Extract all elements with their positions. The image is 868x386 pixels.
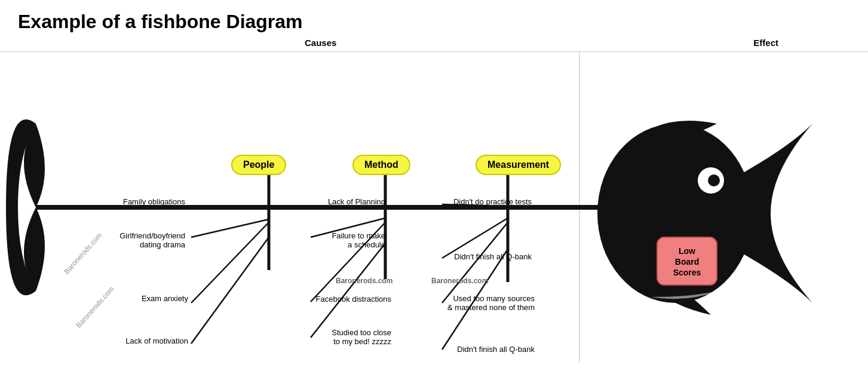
cause-qbank-2: Didn't finish all Q-bank — [442, 345, 535, 354]
watermark-4: Baronerods.com — [431, 277, 488, 285]
category-people: People — [231, 155, 286, 175]
fishbone-diagram: People Method Measurement Test Taking En… — [0, 52, 868, 363]
svg-point-5 — [708, 174, 720, 186]
cause-facebook-distractions: Facebook distractions — [314, 295, 391, 304]
category-method: Method — [352, 155, 410, 175]
watermark-3: Baronerods.com — [336, 277, 392, 285]
cause-practice-tests: Didn't do practice tests — [442, 197, 532, 206]
effect-box-label: LowBoardScores — [662, 246, 712, 278]
page-title: Example of a fishbone Diagram — [0, 0, 868, 33]
cause-lack-of-motivation: Lack of motivation — [116, 336, 188, 345]
cause-exam-anxiety: Exam anxiety — [122, 294, 188, 303]
cause-many-sources: Used too many sources& mastered none of … — [442, 294, 535, 312]
effect-label: Effect — [753, 38, 778, 48]
svg-line-23 — [442, 222, 508, 303]
cause-girlfriend-boyfriend: Girlfriend/boyfrienddating drama — [111, 231, 185, 249]
cause-qbank-1: Didn't finish all Q-bank — [442, 252, 532, 261]
cause-studied-close: Studied too closeto my bed! zzzzz — [314, 328, 391, 346]
cause-family-obligations: Family obligations — [119, 197, 185, 206]
causes-label: Causes — [305, 38, 336, 48]
cause-failure-schedule: Failure to makea schedule — [314, 231, 385, 249]
category-measurement: Measurement — [476, 155, 561, 175]
cause-lack-of-planning: Lack of Planning — [314, 197, 385, 206]
